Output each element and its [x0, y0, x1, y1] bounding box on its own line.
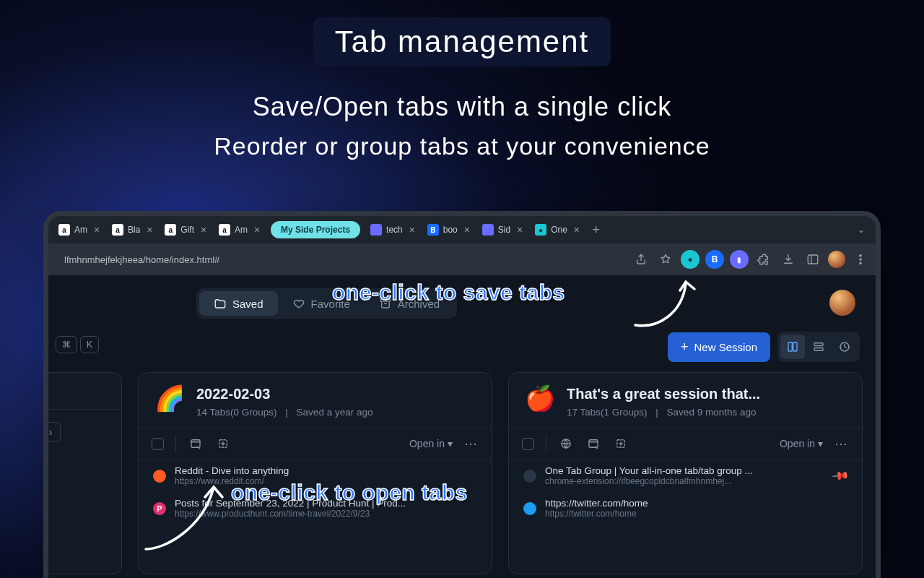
tab-title: Am: [74, 225, 87, 235]
svg-rect-8: [814, 348, 823, 351]
browser-tab[interactable]: a Bla ×: [106, 219, 159, 241]
extensions-icon[interactable]: [754, 250, 773, 269]
session-tab-count: 17 Tabs(1 Groups): [567, 407, 648, 418]
browser-tab[interactable]: a Gift ×: [159, 219, 213, 241]
select-all-checkbox[interactable]: [152, 438, 164, 450]
tab-group-pill[interactable]: My Side Projects: [271, 221, 360, 238]
more-menu-icon[interactable]: ⋯: [464, 436, 479, 452]
view-toggle: [777, 332, 860, 362]
browser-tab[interactable]: ● One ×: [529, 219, 586, 241]
close-icon[interactable]: ×: [252, 225, 262, 235]
ext-b-icon[interactable]: B: [705, 250, 724, 269]
bookmark-star-icon[interactable]: [656, 250, 675, 269]
share-icon[interactable]: [632, 250, 650, 269]
ext-purple-icon[interactable]: ▮: [730, 250, 749, 269]
callout-open: one-click to open tabs: [231, 480, 468, 505]
more-menu-icon[interactable]: ⋯: [834, 436, 849, 452]
amazon-icon: a: [165, 224, 176, 236]
browser-toolbar: lfmhnmhejfekjheea/home/index.html# ● B ▮: [48, 243, 876, 275]
downloads-icon[interactable]: [779, 250, 798, 269]
tab-row[interactable]: https://twitter.com/home https://twitter…: [509, 492, 862, 525]
open-in-label: Open in: [780, 438, 815, 449]
open-in-dropdown[interactable]: en in▾: [43, 387, 47, 399]
hero-line-1: Save/Open tabs with a single click: [0, 87, 924, 127]
filter-saved[interactable]: Saved: [199, 291, 278, 316]
tab-title: tech: [386, 225, 403, 235]
tab-row-url: chrome-extension://ifbeegcopldcbnalfmhnm…: [545, 476, 824, 486]
profile-avatar[interactable]: [828, 251, 845, 268]
heart-icon: [292, 297, 305, 310]
address-bar[interactable]: lfmhnmhejfekjheea/home/index.html#: [54, 249, 626, 270]
close-icon[interactable]: ×: [199, 225, 209, 235]
extension-icon: [523, 470, 536, 483]
open-in-dropdown[interactable]: Open in ▾: [409, 438, 453, 449]
pin-icon[interactable]: 📌: [830, 466, 850, 486]
close-icon[interactable]: ×: [407, 225, 417, 235]
close-icon[interactable]: ×: [462, 225, 472, 235]
open-window-icon[interactable]: [585, 436, 601, 452]
twitter-icon: [523, 502, 536, 515]
command-k-hint[interactable]: ⌘ K: [56, 336, 99, 353]
close-icon[interactable]: ×: [572, 225, 582, 235]
tab-row[interactable]: One Tab Group | Your all-in-one tab/tab …: [509, 460, 862, 492]
user-avatar[interactable]: [829, 290, 855, 316]
select-all-checkbox[interactable]: [522, 438, 534, 450]
tab-row-url: https://twitter.com/home: [545, 509, 847, 519]
open-in-label: Open in: [409, 438, 445, 449]
session-title[interactable]: That's a great session that...: [567, 386, 760, 402]
amazon-icon: a: [112, 224, 123, 236]
view-timeline-button[interactable]: [832, 335, 857, 359]
close-icon[interactable]: ×: [515, 225, 525, 235]
site-icon: [482, 224, 494, 236]
next-button[interactable]: ›: [43, 422, 61, 442]
session-emoji: 🌈: [154, 386, 185, 410]
folder-icon: [214, 297, 227, 310]
browser-tab[interactable]: a Am ×: [53, 219, 106, 241]
group-icon[interactable]: [215, 436, 231, 452]
tab-title: Sid: [498, 225, 510, 235]
chevron-down-icon: ▾: [43, 387, 47, 399]
onetab-icon: ●: [535, 224, 546, 236]
filter-label: Saved: [232, 298, 263, 310]
amazon-icon: a: [58, 224, 70, 236]
session-card-partial: en in▾ ‹ › se f...: [43, 372, 122, 574]
view-columns-button[interactable]: [780, 335, 805, 359]
browser-tab[interactable]: a Am ×: [213, 219, 266, 241]
view-rows-button[interactable]: [806, 335, 831, 359]
arrow-save: [628, 275, 707, 340]
tab-row-title: https://twitter.com/home: [545, 498, 847, 509]
svg-rect-13: [589, 440, 598, 448]
open-in-dropdown[interactable]: Open in ▾: [780, 438, 823, 449]
key-cmd: ⌘: [56, 336, 77, 353]
ext-onetab-icon[interactable]: ●: [681, 250, 699, 269]
svg-rect-10: [191, 440, 200, 448]
browser-tab[interactable]: Sid ×: [476, 219, 529, 241]
key-k: K: [80, 336, 99, 353]
session-title[interactable]: 2022-02-03: [196, 386, 372, 402]
group-icon[interactable]: [613, 436, 629, 452]
site-icon: [370, 224, 382, 236]
sidepanel-icon[interactable]: [803, 250, 822, 269]
svg-rect-6: [793, 342, 797, 351]
tab-title: One: [551, 225, 567, 235]
tab-overflow-button[interactable]: ⌄: [851, 225, 871, 235]
open-window-icon[interactable]: [188, 436, 204, 452]
svg-rect-7: [814, 343, 823, 346]
tab-strip: a Am × a Bla × a Gift × a Am × My Side P…: [48, 216, 876, 243]
tab-row-title: One Tab Group | Your all-in-one tab/tab …: [545, 465, 824, 476]
tab-title: Bla: [128, 225, 140, 235]
close-icon[interactable]: ×: [144, 225, 154, 235]
browser-tab[interactable]: tech ×: [365, 219, 422, 241]
kebab-menu-icon[interactable]: [851, 250, 870, 269]
tab-title: boo: [443, 225, 458, 235]
svg-rect-5: [788, 342, 792, 351]
session-tab-count: 14 Tabs(0 Groups): [196, 407, 277, 418]
globe-icon[interactable]: [558, 436, 574, 452]
new-tab-button[interactable]: +: [586, 223, 606, 238]
chevron-down-icon: ▾: [448, 438, 453, 449]
new-session-label: New Session: [694, 341, 757, 353]
page-title: Tab management: [313, 17, 611, 66]
browser-tab[interactable]: B boo ×: [422, 219, 476, 241]
session-card: 🍎 That's a great session that... 17 Tabs…: [508, 372, 863, 574]
close-icon[interactable]: ×: [92, 225, 102, 235]
